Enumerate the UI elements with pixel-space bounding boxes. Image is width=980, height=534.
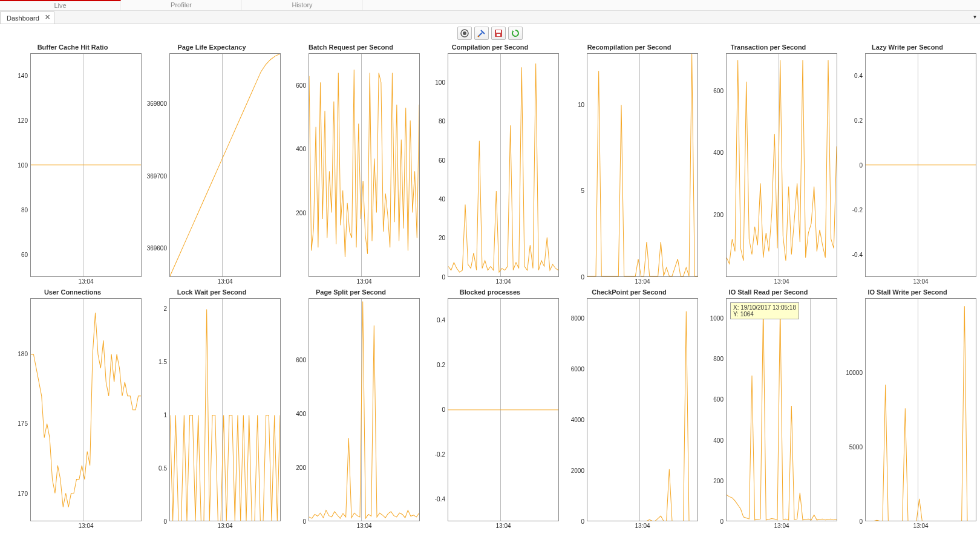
y-tick-label: -0.4 bbox=[435, 496, 445, 503]
refresh-button[interactable] bbox=[508, 27, 523, 40]
y-tick-label: 1000 bbox=[710, 315, 724, 322]
y-tick-label: 0 bbox=[859, 518, 863, 525]
chart-title: Page Split per Second bbox=[282, 287, 420, 298]
chart-panel-io_stall_write: IO Stall Write per Second050001000013:04 bbox=[838, 287, 976, 530]
chart-title: Page Life Expectancy bbox=[143, 42, 281, 53]
chart-panel-io_stall_read: IO Stall Read per Second0200400600800100… bbox=[699, 287, 837, 530]
chart-body: 6080100120140 bbox=[4, 53, 142, 277]
nav-tab-history[interactable]: History bbox=[242, 0, 363, 10]
chart-panel-blocked: Blocked processes-0.4-0.200.20.413:04 bbox=[421, 287, 559, 530]
y-tick-label: 0 bbox=[581, 518, 584, 525]
y-tick-label: 0 bbox=[859, 161, 863, 168]
chart-panel-user_conn: User Connections17017518013:04 bbox=[4, 287, 142, 530]
chart-body: -0.4-0.200.20.4 bbox=[838, 53, 976, 277]
y-tick-label: 175 bbox=[18, 420, 28, 427]
chart-panel-batch_req: Batch Request per Second20040060013:04 bbox=[282, 42, 420, 285]
tools-button[interactable] bbox=[474, 27, 489, 40]
svg-point-1 bbox=[463, 31, 466, 35]
y-tick-label: 0 bbox=[163, 518, 167, 525]
chart-body: 020406080100 bbox=[421, 53, 559, 277]
dropdown-icon[interactable]: ▾ bbox=[973, 13, 976, 20]
chart-tooltip: X: 19/10/2017 13:05:18Y: 1064 bbox=[730, 302, 799, 319]
nav-tab-live[interactable]: Live bbox=[0, 0, 121, 10]
y-tick-label: 0 bbox=[720, 518, 724, 525]
tooltip-y: Y: 1064 bbox=[733, 311, 796, 317]
y-tick-label: 6000 bbox=[571, 366, 584, 373]
y-tick-label: -0.4 bbox=[852, 251, 863, 258]
chart-plot[interactable] bbox=[309, 53, 420, 277]
y-tick-label: 0.4 bbox=[437, 317, 445, 324]
y-axis: 02000400060008000 bbox=[560, 298, 587, 522]
chart-plot[interactable] bbox=[865, 298, 976, 522]
y-tick-label: 8000 bbox=[571, 315, 584, 322]
y-axis: 200400600 bbox=[282, 53, 309, 277]
y-tick-label: 400 bbox=[713, 437, 724, 443]
tools-icon bbox=[477, 28, 486, 38]
close-icon[interactable]: ✕ bbox=[45, 13, 50, 21]
chart-plot[interactable] bbox=[865, 53, 976, 277]
chart-title: Compilation per Second bbox=[421, 42, 559, 53]
chart-body: -0.4-0.200.20.4 bbox=[421, 298, 559, 522]
chart-plot[interactable] bbox=[448, 298, 559, 522]
y-tick-label: 200 bbox=[713, 211, 724, 218]
y-tick-label: 369700 bbox=[147, 172, 167, 179]
chart-plot[interactable] bbox=[587, 298, 698, 522]
chart-body: 0510 bbox=[560, 53, 698, 277]
chart-body: 00.511.52 bbox=[143, 298, 281, 522]
record-button[interactable] bbox=[457, 27, 472, 40]
x-axis-label: 13:04 bbox=[726, 277, 837, 285]
y-tick-label: 120 bbox=[18, 117, 28, 123]
y-tick-label: 0 bbox=[302, 518, 306, 525]
save-button[interactable] bbox=[491, 27, 506, 40]
chart-panel-lazy_write: Lazy Write per Second-0.4-0.200.20.413:0… bbox=[838, 42, 976, 285]
y-tick-label: 60 bbox=[21, 251, 28, 258]
y-axis: 369600369700369800 bbox=[143, 53, 169, 277]
y-tick-label: 200 bbox=[296, 209, 306, 216]
chart-plot[interactable]: X: 19/10/2017 13:05:18Y: 1064 bbox=[726, 298, 837, 522]
chart-title: Recompilation per Second bbox=[560, 42, 698, 53]
chart-title: Blocked processes bbox=[421, 287, 559, 298]
y-axis: 0500010000 bbox=[838, 298, 865, 522]
x-axis-label: 13:04 bbox=[169, 521, 281, 529]
y-axis: 02004006008001000 bbox=[699, 298, 726, 522]
y-tick-label: 20 bbox=[439, 235, 445, 241]
document-tabs: Dashboard ✕ ▾ bbox=[0, 11, 980, 24]
document-tab-dashboard[interactable]: Dashboard ✕ bbox=[0, 11, 54, 24]
y-tick-label: 100 bbox=[18, 161, 28, 168]
y-tick-label: 800 bbox=[713, 356, 724, 362]
chart-plot[interactable] bbox=[448, 53, 559, 277]
y-tick-label: 0 bbox=[581, 273, 584, 280]
y-tick-label: 40 bbox=[439, 195, 445, 202]
chart-plot[interactable] bbox=[169, 298, 281, 522]
chart-title: IO Stall Read per Second bbox=[699, 287, 837, 298]
save-icon bbox=[494, 28, 503, 38]
y-axis: 0200400600 bbox=[282, 298, 309, 522]
nav-tab-profiler[interactable]: Profiler bbox=[121, 0, 242, 10]
y-tick-label: 0.5 bbox=[158, 465, 167, 472]
y-tick-label: 10 bbox=[578, 102, 584, 108]
chart-panel-page_life: Page Life Expectancy36960036970036980013… bbox=[143, 42, 281, 285]
y-tick-label: 200 bbox=[296, 464, 306, 471]
x-axis-label: 13:04 bbox=[587, 521, 698, 529]
chart-title: IO Stall Write per Second bbox=[838, 287, 976, 298]
chart-title: User Connections bbox=[4, 287, 142, 298]
chart-plot[interactable] bbox=[726, 53, 837, 277]
chart-plot[interactable] bbox=[30, 298, 142, 522]
y-tick-label: 400 bbox=[296, 146, 306, 152]
chart-panel-page_split: Page Split per Second020040060013:04 bbox=[282, 287, 420, 530]
y-tick-label: 400 bbox=[713, 149, 724, 156]
chart-plot[interactable] bbox=[587, 53, 698, 277]
x-axis-label: 13:04 bbox=[309, 521, 420, 529]
y-tick-label: 0.4 bbox=[854, 72, 863, 79]
y-tick-label: 170 bbox=[18, 490, 28, 497]
chart-plot[interactable] bbox=[30, 53, 142, 277]
chart-title: Buffer Cache Hit Ratio bbox=[4, 42, 142, 53]
chart-title: CheckPoint per Second bbox=[560, 287, 698, 298]
x-axis-label: 13:04 bbox=[169, 277, 281, 285]
y-tick-label: 180 bbox=[18, 350, 28, 357]
chart-plot[interactable] bbox=[169, 53, 281, 277]
chart-plot[interactable] bbox=[309, 298, 420, 522]
y-tick-label: 0 bbox=[442, 406, 445, 413]
chart-body: 0500010000 bbox=[838, 298, 976, 522]
y-tick-label: 5000 bbox=[849, 443, 863, 450]
